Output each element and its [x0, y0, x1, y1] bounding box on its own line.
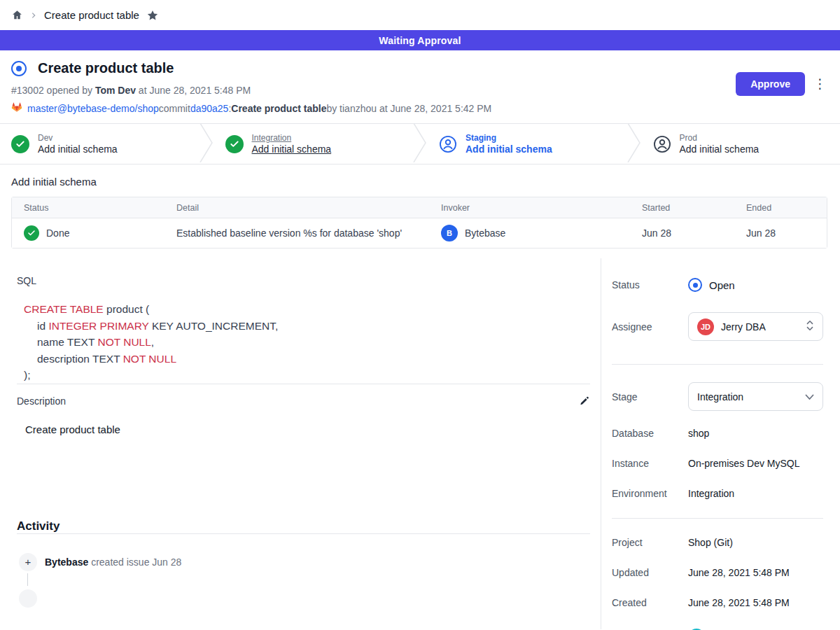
stage-separator	[412, 123, 428, 165]
task-ended-cell: Jun 28	[734, 227, 827, 239]
stage-task-label: Add initial schema	[38, 144, 118, 155]
commit-line: master@bytebase-demo/shop commit da90a25…	[11, 102, 829, 115]
task-invoker-cell: B Bytebase	[429, 225, 630, 241]
assignee-label: Assignee	[612, 321, 688, 332]
breadcrumb-current: Create product table	[44, 9, 139, 21]
issue-meta: #13002 opened by Tom Dev at June 28, 202…	[11, 85, 829, 96]
sql-code: CREATE TABLE product (id INTEGER PRIMARY…	[24, 301, 590, 384]
approval-banner: Waiting Approval	[0, 30, 840, 50]
stage-dev[interactable]: Dev Add initial schema	[0, 124, 199, 164]
project-label: Project	[612, 537, 688, 548]
plus-icon: +	[19, 553, 37, 571]
more-actions-icon[interactable]: ⋮	[813, 76, 827, 92]
description-text: Create product table	[25, 424, 590, 435]
stage-env-label: Dev	[38, 133, 118, 143]
divider	[17, 533, 590, 534]
check-circle-icon	[11, 135, 29, 153]
approval-banner-text: Waiting Approval	[379, 35, 461, 46]
instance-label: Instance	[612, 458, 688, 469]
check-circle-icon	[225, 135, 244, 153]
assignee-select[interactable]: JD Jerry DBA	[688, 312, 823, 341]
issue-sidebar: Status Open Assignee JD Jerry DBA Stage …	[601, 258, 840, 629]
environment-value: Integration	[688, 488, 734, 499]
updated-label: Updated	[612, 567, 688, 578]
database-label: Database	[612, 428, 688, 439]
divider	[612, 364, 823, 365]
status-label: Status	[612, 279, 688, 290]
chevron-down-icon	[805, 391, 814, 403]
favorite-star-icon[interactable]	[146, 9, 159, 22]
task-started-cell: Jun 28	[630, 227, 734, 239]
issue-title: Create product table	[38, 60, 174, 76]
table-row: Done Established baseline version %s for…	[12, 218, 827, 248]
gitlab-icon	[11, 102, 22, 115]
breadcrumb: Create product table	[0, 0, 840, 30]
divider	[17, 384, 590, 384]
activity-timeline	[17, 571, 590, 599]
stage-env-label: Staging	[465, 133, 552, 143]
stage-env-label: Prod	[680, 133, 760, 143]
stage-separator	[199, 123, 214, 165]
project-value: Shop (Git)	[688, 537, 733, 548]
issue-id: #13002	[11, 85, 44, 96]
stage-env-label: Integration	[252, 133, 332, 143]
stage-staging[interactable]: Staging Add initial schema	[428, 124, 626, 164]
stage-value: Integration	[697, 391, 798, 402]
divider	[612, 518, 823, 519]
updated-value: June 28, 2021 5:48 PM	[688, 567, 790, 578]
activity-author: Bytebase	[45, 556, 88, 568]
task-detail-cell: Established baseline version %s for data…	[164, 227, 429, 239]
task-section: Add initial schema Status Detail Invoker…	[0, 164, 840, 248]
activity-heading: Activity	[17, 519, 590, 533]
task-status-cell: Done	[12, 225, 164, 241]
issue-detail-pane: SQL CREATE TABLE product (id INTEGER PRI…	[0, 258, 601, 629]
stage-task-label: Add initial schema	[680, 144, 760, 155]
activity-item: + Bytebase created issue Jun 28	[17, 553, 590, 571]
chevron-updown-icon	[806, 320, 814, 334]
person-circle-icon	[439, 135, 457, 153]
assignee-avatar: JD	[697, 318, 714, 335]
stage-select[interactable]: Integration	[688, 382, 823, 411]
home-icon[interactable]	[11, 9, 23, 21]
task-heading: Add initial schema	[11, 176, 827, 188]
commit-message: Create product table	[231, 103, 326, 114]
issue-open-icon	[11, 61, 27, 76]
approve-button[interactable]: Approve	[736, 72, 805, 96]
stage-separator	[626, 123, 642, 165]
col-detail: Detail	[164, 203, 429, 213]
pipeline-stages: Dev Add initial schema Integration Add i…	[0, 124, 840, 164]
issue-header: Create product table #13002 opened by To…	[0, 50, 840, 124]
chevron-right-icon	[30, 9, 37, 22]
col-status: Status	[12, 203, 164, 213]
description-label: Description	[17, 396, 66, 407]
commit-hash-link[interactable]: da90a25	[190, 103, 229, 114]
branch-repo-link[interactable]: master@bytebase-demo/shop	[27, 103, 159, 114]
created-label: Created	[612, 597, 688, 608]
sql-label: SQL	[17, 275, 590, 286]
stage-prod[interactable]: Prod Add initial schema	[642, 124, 840, 164]
instance-value: On-premises Dev MySQL	[688, 458, 799, 469]
stage-label: Stage	[612, 391, 688, 402]
col-started: Started	[630, 203, 734, 213]
col-invoker: Invoker	[429, 203, 630, 213]
stage-integration[interactable]: Integration Add initial schema	[214, 124, 413, 164]
status-value: Open	[709, 279, 735, 291]
activity-action: created issue Jun 28	[88, 556, 181, 568]
col-ended: Ended	[734, 203, 827, 213]
stage-task-label: Add initial schema	[252, 144, 332, 155]
task-table: Status Detail Invoker Started Ended Done…	[11, 197, 827, 248]
environment-label: Environment	[612, 488, 688, 499]
bytebase-avatar: B	[441, 225, 458, 241]
stage-task-label: Add initial schema	[465, 144, 552, 155]
status-open-icon	[688, 278, 702, 292]
created-value: June 28, 2021 5:48 PM	[688, 597, 790, 608]
person-circle-icon	[653, 135, 671, 153]
database-value: shop	[688, 428, 709, 439]
assignee-value: Jerry DBA	[721, 321, 799, 332]
issue-author: Tom Dev	[95, 85, 136, 96]
task-table-header: Status Detail Invoker Started Ended	[12, 197, 827, 218]
edit-pencil-icon[interactable]	[578, 396, 590, 407]
check-circle-icon	[24, 225, 39, 241]
